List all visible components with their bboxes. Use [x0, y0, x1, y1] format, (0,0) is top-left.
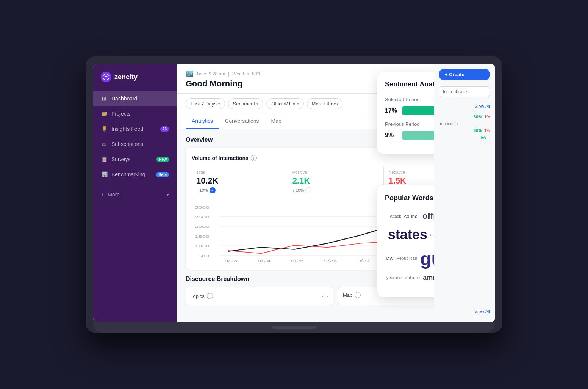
info-icon[interactable]: i [251, 155, 257, 161]
sidebar-item-label: Dashboard [111, 96, 138, 102]
word-federal[interactable]: federal [462, 225, 495, 244]
words-card-header: Popular Words i ⋮ [385, 193, 495, 203]
separator: | [228, 71, 229, 77]
laptop-screen: zencity ⊞ Dashboard 📁 Projects 💡 Insight… [93, 64, 495, 322]
more-options-icon[interactable]: ⋯ [473, 154, 480, 162]
sidebar-item-subscriptions[interactable]: ✉ Subscriptions [93, 137, 177, 151]
word-year-old[interactable]: year-old [386, 275, 402, 281]
selected-green-bar [402, 106, 469, 115]
previous-period-label: Previous Period [385, 121, 495, 127]
word-asian[interactable]: asian [443, 284, 452, 290]
tab-map[interactable]: Map [265, 114, 288, 129]
positive-stat: Positive 2.1K ↑ 10% [288, 167, 384, 198]
svg-text:500: 500 [198, 254, 210, 257]
topics-more-icon[interactable]: ⋯ [322, 292, 328, 300]
word-death[interactable]: death [483, 275, 494, 281]
word-ammunition[interactable]: ammunition [423, 273, 461, 282]
surveys-badge: New [156, 157, 169, 162]
word-restrictions[interactable]: restrictions [457, 253, 495, 264]
tab-conversations[interactable]: Conversations [219, 114, 265, 129]
word-republican[interactable]: Republican [396, 256, 417, 261]
chevron-down-icon: ▾ [297, 102, 299, 106]
words-title: Popular Words i [385, 194, 443, 202]
time-label: Time: 9:28 am [196, 71, 225, 77]
word-states[interactable]: states [388, 225, 427, 244]
positive-value: 2.1K [292, 176, 379, 186]
positive-change: ↑ 10% [292, 187, 379, 193]
word-care[interactable]: care [456, 213, 464, 219]
word-council[interactable]: council [404, 213, 419, 220]
insights-badge: 26 [160, 126, 169, 132]
bar-spacer-2 [453, 131, 484, 140]
negative-value: 1.5K [388, 176, 475, 186]
mail-icon: ✉ [101, 141, 108, 147]
official-filter[interactable]: Official/ Un ▾ [266, 98, 303, 109]
words-info-icon[interactable]: i [436, 195, 443, 201]
svg-text:3000: 3000 [195, 205, 210, 209]
selected-bar-track [402, 106, 495, 115]
selected-period-bar-row: 17% 5% [385, 106, 495, 115]
map-info-icon[interactable]: i [355, 292, 361, 298]
sidebar-item-label: Insights Feed [111, 126, 143, 132]
total-change: ↑ 10% ✓ [196, 187, 283, 193]
sidebar-item-label: Benchmarking [111, 171, 145, 177]
word-violence[interactable]: violence [405, 275, 420, 281]
word-gun[interactable]: gun [420, 246, 454, 271]
chevron-down-icon: ▾ [256, 102, 258, 106]
sidebar-item-dashboard[interactable]: ⊞ Dashboard [93, 91, 177, 106]
word-officers[interactable]: officers [422, 210, 452, 222]
city-icon: 🏙️ [186, 70, 193, 77]
lightbulb-icon: 💡 [101, 125, 108, 132]
svg-text:9/25: 9/25 [291, 259, 304, 262]
sidebar: zencity ⊞ Dashboard 📁 Projects 💡 Insight… [93, 64, 177, 322]
tab-analytics[interactable]: Analytics [186, 114, 219, 129]
topics-title: Topics i ⋯ [191, 292, 328, 300]
sentiment-filter[interactable]: Sentiment ▾ [228, 98, 264, 109]
laptop-base [93, 322, 495, 333]
benchmarking-badge: Beta [156, 172, 169, 177]
logo-text: zencity [114, 73, 138, 81]
sentiment-card-header: Sentiment Analysis i ⋮ [385, 79, 495, 89]
sidebar-item-label: Projects [111, 111, 131, 117]
sidebar-item-surveys[interactable]: 📋 Surveys New [93, 152, 177, 166]
chevron-down-icon: ▾ [218, 102, 220, 106]
folder-icon: 📁 [101, 110, 108, 117]
word-crime[interactable]: crime [447, 231, 459, 238]
topics-card: Topics i ⋯ [186, 287, 333, 305]
previous-green-bar [402, 131, 453, 140]
chevron-down-icon: ▾ [167, 192, 169, 197]
grid-icon: ⊞ [101, 95, 108, 102]
check-icon: ✓ [210, 187, 216, 193]
sidebar-more[interactable]: + More ▾ [93, 188, 177, 201]
word-cloud: attack council officers care similar law… [385, 209, 495, 290]
more-filters-button[interactable]: More Filters [307, 98, 343, 109]
sentiment-info-icon[interactable]: i [450, 81, 457, 87]
selected-positive-pct: 17% [385, 107, 399, 114]
sidebar-item-insights-feed[interactable]: 💡 Insights Feed 26 [93, 122, 177, 136]
selected-red-bar [478, 106, 495, 115]
sentiment-title: Sentiment Analysis i [385, 80, 457, 88]
word-similar[interactable]: similar [467, 213, 479, 219]
sidebar-logo: zencity [93, 64, 177, 88]
svg-point-0 [103, 74, 109, 80]
sidebar-item-benchmarking[interactable]: 📊 Benchmarking Beta [93, 167, 177, 182]
laptop-notch [271, 326, 317, 329]
word-laws[interactable]: laws [482, 209, 495, 224]
sidebar-item-projects[interactable]: 📁 Projects [93, 107, 177, 121]
word-arrested[interactable]: arrested [464, 275, 480, 281]
date-range-filter[interactable]: Last 7 Days ▾ [186, 98, 225, 109]
topics-info-icon[interactable]: i [207, 293, 213, 299]
volume-card-header: Volume of Interactions i ⋯ [192, 154, 480, 162]
svg-text:9/26: 9/26 [324, 259, 337, 262]
previous-red-bar [484, 131, 495, 140]
word-enforce[interactable]: enforce [430, 232, 444, 238]
word-law[interactable]: law [386, 255, 394, 262]
negative-label: Negative [388, 170, 475, 174]
total-stat: Total 10.2K ↑ 10% ✓ [192, 167, 288, 198]
total-value: 10.2K [196, 176, 283, 186]
previous-period-bar-row: 9% 2% [385, 131, 495, 140]
previous-bar-track [402, 131, 495, 140]
word-attack[interactable]: attack [390, 213, 401, 219]
svg-text:2000: 2000 [195, 225, 210, 229]
popular-words-card: Popular Words i ⋮ attack council officer… [377, 185, 495, 297]
